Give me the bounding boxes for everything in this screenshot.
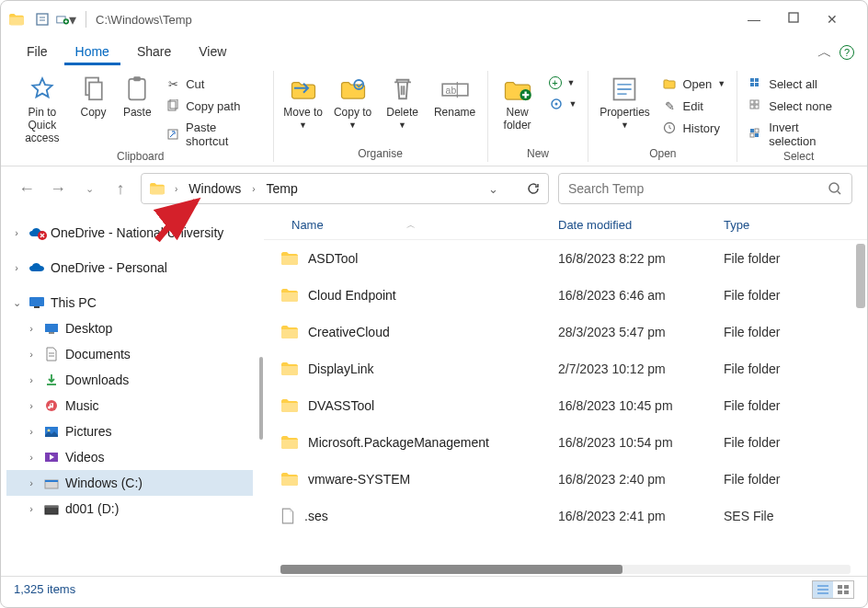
svg-rect-7 — [789, 13, 798, 22]
file-type: File folder — [714, 325, 867, 339]
nav-back-button[interactable]: ← — [16, 178, 38, 200]
nav-desktop[interactable]: ›Desktop — [6, 315, 253, 341]
file-name: vmware-SYSTEM — [308, 472, 410, 487]
group-organise-label: Organise — [281, 147, 480, 162]
details-view-button[interactable] — [813, 581, 833, 598]
nav-videos[interactable]: ›Videos — [6, 444, 253, 470]
copy-path-button[interactable]: Copy path — [162, 97, 265, 115]
nav-downloads[interactable]: ›Downloads — [6, 367, 253, 393]
history-button[interactable]: History — [658, 119, 729, 137]
pin-to-quick-access-button[interactable]: Pin to Quick access — [16, 73, 69, 144]
svg-rect-35 — [750, 105, 754, 109]
qat-properties-icon[interactable] — [32, 9, 52, 29]
file-row[interactable]: DVASSTool16/8/2023 10:45 pmFile folder — [264, 387, 867, 424]
ribbon-tabs: File Home Share View ︿ ? — [1, 38, 867, 67]
tab-home[interactable]: Home — [64, 40, 120, 65]
svg-line-42 — [838, 191, 840, 194]
folder-icon — [280, 435, 299, 450]
svg-rect-37 — [750, 129, 754, 132]
file-row[interactable]: DisplayLink2/7/2023 10:12 pmFile folder — [264, 350, 867, 387]
copy-button[interactable]: Copy — [74, 73, 113, 119]
properties-button[interactable]: Properties▼ — [596, 73, 653, 130]
file-row[interactable]: CreativeCloud28/3/2023 5:47 pmFile folde… — [264, 314, 867, 350]
svg-rect-10 — [130, 79, 146, 100]
new-item-button[interactable]: +▼ — [545, 75, 581, 91]
nav-d001[interactable]: ›d001 (D:) — [6, 496, 253, 522]
column-headers: Name︿ Date modified Type — [264, 211, 867, 240]
file-row[interactable]: Cloud Endpoint16/8/2023 6:46 amFile fold… — [264, 277, 867, 314]
collapse-ribbon-icon[interactable]: ︿ — [817, 43, 832, 63]
vertical-scrollbar[interactable] — [856, 244, 865, 308]
easy-access-button[interactable]: ▼ — [545, 95, 581, 113]
group-open-label: Open — [596, 147, 729, 162]
paste-shortcut-button[interactable]: Paste shortcut — [162, 119, 265, 150]
rename-button[interactable]: ab Rename — [430, 73, 480, 119]
open-button[interactable]: Open▼ — [658, 75, 729, 93]
tab-view[interactable]: View — [188, 40, 237, 65]
file-date: 16/8/2023 6:46 am — [549, 288, 714, 303]
delete-button[interactable]: Delete▼ — [381, 73, 425, 130]
close-button[interactable]: ✕ — [827, 12, 838, 27]
maximize-button[interactable] — [788, 12, 799, 27]
file-type: File folder — [714, 361, 867, 376]
breadcrumb-windows[interactable]: Windows — [187, 181, 243, 196]
address-bar[interactable]: › Windows › Temp ⌄ — [141, 173, 549, 204]
tab-share[interactable]: Share — [126, 40, 182, 65]
cut-button[interactable]: ✂Cut — [162, 75, 265, 93]
nav-forward-button[interactable]: → — [47, 178, 69, 200]
file-name: DVASSTool — [308, 398, 374, 413]
svg-rect-30 — [755, 78, 759, 82]
nav-windows-c[interactable]: ›Windows (C:) — [6, 470, 253, 496]
nav-onedrive-national[interactable]: › OneDrive - National University — [6, 220, 253, 246]
thumbnails-view-button[interactable] — [833, 581, 853, 598]
chevron-right-icon[interactable]: › — [171, 184, 181, 194]
nav-recent-button[interactable]: ⌄ — [78, 178, 100, 200]
copy-to-button[interactable]: Copy to▼ — [331, 73, 375, 130]
folder-icon — [280, 288, 299, 303]
refresh-button[interactable] — [526, 181, 541, 196]
svg-rect-0 — [37, 14, 48, 25]
file-name: ASDTool — [308, 251, 358, 266]
help-icon[interactable]: ? — [839, 45, 854, 60]
navigation-pane[interactable]: › OneDrive - National University › OneDr… — [1, 211, 258, 576]
svg-rect-39 — [750, 133, 754, 137]
paste-button[interactable]: Paste — [118, 73, 156, 119]
move-to-button[interactable]: Move to▼ — [281, 73, 326, 130]
title-bar: ▾ C:\Windows\Temp — ✕ — [1, 1, 867, 38]
nav-this-pc[interactable]: ⌄ This PC — [6, 290, 253, 315]
nav-documents[interactable]: ›Documents — [6, 341, 253, 367]
file-date: 16/8/2023 8:22 pm — [549, 251, 714, 266]
address-dropdown-button[interactable]: ⌄ — [485, 182, 502, 196]
invert-selection-button[interactable]: Invert selection — [745, 119, 852, 150]
qat-new-folder-icon[interactable]: ▾ — [56, 9, 76, 29]
file-row[interactable]: ASDTool16/8/2023 8:22 pmFile folder — [264, 240, 867, 277]
svg-rect-36 — [755, 105, 759, 109]
select-all-button[interactable]: Select all — [745, 75, 852, 93]
file-row[interactable]: Microsoft.PackageManagement16/8/2023 10:… — [264, 424, 867, 461]
edit-button[interactable]: ✎Edit — [658, 97, 729, 115]
file-row[interactable]: vmware-SYSTEM16/8/2023 2:40 pmFile folde… — [264, 461, 867, 498]
svg-rect-44 — [29, 297, 44, 306]
column-type[interactable]: Type — [714, 218, 867, 232]
nav-up-button[interactable]: ↑ — [109, 178, 131, 200]
nav-pictures[interactable]: ›Pictures — [6, 419, 253, 444]
new-folder-button[interactable]: New folder — [496, 73, 540, 132]
search-input[interactable] — [568, 181, 828, 196]
tab-file[interactable]: File — [16, 40, 59, 65]
file-row[interactable]: .ses16/8/2023 2:41 pmSES File — [264, 498, 867, 534]
search-box[interactable] — [558, 173, 852, 204]
file-name: CreativeCloud — [308, 325, 390, 339]
column-date[interactable]: Date modified — [549, 218, 714, 232]
svg-text:ab: ab — [445, 86, 456, 96]
column-name[interactable]: Name︿ — [264, 218, 549, 232]
select-none-button[interactable]: Select none — [745, 97, 852, 115]
svg-rect-45 — [34, 306, 40, 308]
nav-music[interactable]: ›Music — [6, 393, 253, 419]
minimize-button[interactable]: — — [748, 12, 760, 27]
chevron-right-icon[interactable]: › — [248, 184, 258, 194]
breadcrumb-temp[interactable]: Temp — [264, 181, 299, 196]
nav-onedrive-personal[interactable]: › OneDrive - Personal — [6, 255, 253, 281]
horizontal-scrollbar[interactable] — [280, 565, 851, 574]
svg-rect-56 — [45, 480, 58, 482]
file-name: Cloud Endpoint — [308, 288, 396, 303]
